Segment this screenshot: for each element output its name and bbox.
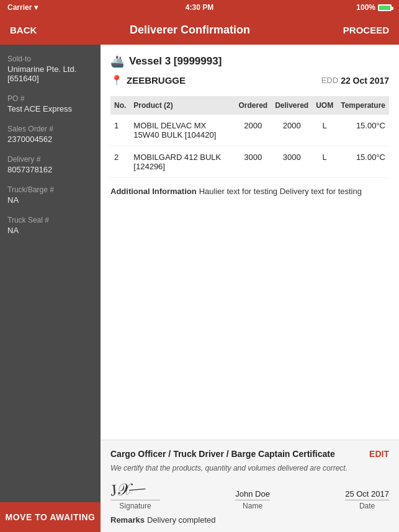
sales-order-label: Sales Order # bbox=[7, 125, 93, 133]
sold-to-field: Sold-to Unimarine Pte. Ltd. [651640] bbox=[7, 55, 93, 83]
truck-barge-value: NA bbox=[7, 195, 93, 205]
battery-pct: 100% bbox=[356, 3, 375, 12]
name-label: Name bbox=[235, 500, 270, 510]
status-bar: Carrier ▾ 4:30 PM 100% bbox=[0, 0, 399, 15]
vessel-name: Vessel 3 [9999993] bbox=[129, 55, 222, 68]
date-label: Date bbox=[345, 500, 389, 510]
remarks-row: RemarksDelivery completed bbox=[110, 515, 389, 525]
sidebar-bottom: MOVE TO AWAITING bbox=[7, 502, 93, 522]
certificate-text: We certify that the products, quantity a… bbox=[110, 464, 389, 472]
truck-barge-field: Truck/Barge # NA bbox=[7, 185, 93, 205]
edd-section: EDD 22 Oct 2017 bbox=[321, 76, 389, 86]
date-block: 25 Oct 2017 Date bbox=[345, 489, 389, 510]
table-header-row: No. Product (2) Ordered Delivered UOM Te… bbox=[110, 96, 389, 115]
cell-temperature: 15.00°C bbox=[337, 115, 389, 146]
back-button[interactable]: BACK bbox=[10, 25, 37, 35]
po-label: PO # bbox=[7, 94, 93, 103]
cell-product: MOBIL DELVAC MX 15W40 BULK [104420] bbox=[130, 115, 235, 146]
remarks-label: Remarks bbox=[110, 515, 145, 525]
cell-delivered: 3000 bbox=[271, 146, 312, 178]
cell-delivered: 2000 bbox=[271, 115, 312, 146]
location-icon: 📍 bbox=[110, 74, 123, 86]
edit-button[interactable]: EDIT bbox=[369, 449, 389, 459]
table-row: 1 MOBIL DELVAC MX 15W40 BULK [104420] 20… bbox=[110, 115, 389, 146]
location-name: ZEEBRUGGE bbox=[127, 75, 186, 86]
delivery-label: Delivery # bbox=[7, 155, 93, 164]
truck-seal-label: Truck Seal # bbox=[7, 216, 93, 224]
main-layout: Sold-to Unimarine Pte. Ltd. [651640] PO … bbox=[0, 45, 399, 532]
sales-order-value: 2370004562 bbox=[7, 135, 93, 144]
po-field: PO # Test ACE Express bbox=[7, 94, 93, 113]
sign-date: 25 Oct 2017 bbox=[345, 489, 389, 499]
header-title: Deliverer Confirmation bbox=[130, 24, 250, 37]
truck-barge-label: Truck/Barge # bbox=[7, 185, 93, 194]
cell-uom: L bbox=[312, 115, 337, 146]
additional-info: Additional InformationHaulier text for t… bbox=[110, 187, 389, 196]
cell-product: MOBILGARD 412 BULK [124296] bbox=[130, 146, 235, 178]
truck-seal-value: NA bbox=[7, 226, 93, 235]
additional-info-label: Additional Information bbox=[110, 187, 197, 196]
move-to-awaiting-button[interactable]: MOVE TO AWAITING bbox=[0, 502, 101, 532]
delivery-value: 8057378162 bbox=[7, 165, 93, 174]
po-value: Test ACE Express bbox=[7, 104, 93, 113]
col-header-delivered: Delivered bbox=[271, 96, 312, 115]
content-area: 🚢 Vessel 3 [9999993] 📍 ZEEBRUGGE EDD 22 … bbox=[101, 45, 399, 532]
cell-uom: L bbox=[312, 146, 337, 178]
location-left: 📍 ZEEBRUGGE bbox=[110, 74, 186, 86]
vessel-icon: 🚢 bbox=[110, 55, 124, 68]
col-header-ordered: Ordered bbox=[235, 96, 271, 115]
cell-no: 1 bbox=[110, 115, 130, 146]
col-header-temperature: Temperature bbox=[337, 96, 389, 115]
edd-label: EDD bbox=[321, 76, 338, 85]
remarks-value: Delivery completed bbox=[147, 515, 216, 525]
wifi-icon: ▾ bbox=[34, 3, 38, 12]
col-header-product: Product (2) bbox=[130, 96, 235, 115]
sales-order-field: Sales Order # 2370004562 bbox=[7, 125, 93, 144]
cell-ordered: 2000 bbox=[235, 115, 271, 146]
certificate-header: Cargo Officer / Truck Driver / Barge Cap… bbox=[110, 449, 389, 459]
signature-row: J𝒳— Signature John Doe Name 25 Oct 2017 … bbox=[110, 480, 389, 510]
certificate-title: Cargo Officer / Truck Driver / Barge Cap… bbox=[110, 449, 335, 459]
vessel-header: 🚢 Vessel 3 [9999993] bbox=[110, 55, 389, 68]
col-header-uom: UOM bbox=[312, 96, 337, 115]
cell-ordered: 3000 bbox=[235, 146, 271, 178]
product-table: No. Product (2) Ordered Delivered UOM Te… bbox=[110, 96, 389, 178]
name-block: John Doe Name bbox=[235, 489, 270, 510]
signature-block: J𝒳— Signature bbox=[110, 480, 160, 510]
signature-label: Signature bbox=[110, 500, 160, 510]
truck-seal-field: Truck Seal # NA bbox=[7, 216, 93, 235]
signature-image: J𝒳— bbox=[110, 479, 146, 500]
table-row: 2 MOBILGARD 412 BULK [124296] 3000 3000 … bbox=[110, 146, 389, 178]
battery-icon bbox=[378, 4, 392, 11]
sold-to-value: Unimarine Pte. Ltd. [651640] bbox=[7, 64, 93, 83]
col-header-no: No. bbox=[110, 96, 130, 115]
proceed-button[interactable]: PROCEED bbox=[343, 25, 389, 35]
app-header: BACK Deliverer Confirmation PROCEED bbox=[0, 15, 399, 45]
carrier-label: Carrier bbox=[7, 3, 32, 12]
cell-no: 2 bbox=[110, 146, 130, 178]
location-row: 📍 ZEEBRUGGE EDD 22 Oct 2017 bbox=[110, 74, 389, 86]
cell-temperature: 15.00°C bbox=[337, 146, 389, 178]
certificate-area: Cargo Officer / Truck Driver / Barge Cap… bbox=[101, 440, 399, 532]
sold-to-label: Sold-to bbox=[7, 55, 93, 63]
content-inner: 🚢 Vessel 3 [9999993] 📍 ZEEBRUGGE EDD 22 … bbox=[101, 45, 399, 440]
additional-info-value: Haulier text for testing Delivery text f… bbox=[199, 187, 362, 196]
signer-name: John Doe bbox=[235, 489, 270, 499]
status-time: 4:30 PM bbox=[186, 3, 213, 12]
sidebar: Sold-to Unimarine Pte. Ltd. [651640] PO … bbox=[0, 45, 101, 532]
edd-value: 22 Oct 2017 bbox=[341, 76, 389, 86]
delivery-field: Delivery # 8057378162 bbox=[7, 155, 93, 174]
